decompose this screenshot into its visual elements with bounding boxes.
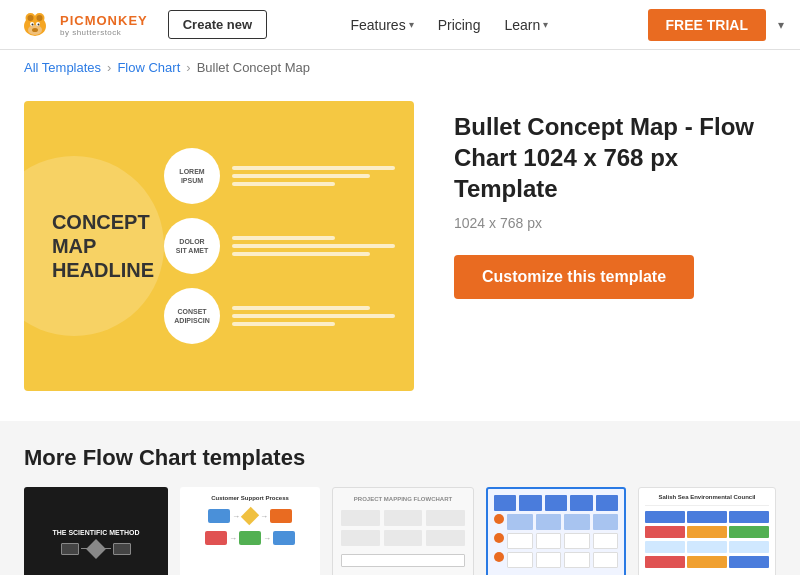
card-5-cell [687, 541, 727, 553]
breadcrumb-sep-2: › [186, 60, 190, 75]
free-trial-button[interactable]: FREE TRIAL [648, 9, 766, 41]
template-preview: CONCEPT MAP HEADLINE LOREM IPSUM [24, 101, 414, 391]
customize-button[interactable]: Customize this template [454, 255, 694, 299]
card-2-box-orange [270, 509, 292, 523]
card-2-arrow: → [232, 512, 240, 521]
svg-point-9 [32, 23, 34, 25]
card-5-cell [687, 526, 727, 538]
card-2-box-blue [208, 509, 230, 523]
card-5-row-4 [645, 556, 769, 568]
header-dropdown-icon[interactable]: ▾ [778, 18, 784, 32]
template-card-5[interactable]: Salish Sea Environmental Council [638, 487, 776, 575]
preview-line [232, 182, 335, 186]
card-4-cell-lt [507, 514, 533, 530]
card-3-cell [426, 510, 465, 526]
preview-line [232, 322, 335, 326]
card-4-cell-lt [593, 514, 619, 530]
preview-line [232, 306, 370, 310]
preview-circle-3: CONSET ADIPISCIN [164, 288, 220, 344]
card-2-diamond [241, 507, 259, 525]
card-1-title: The Scientific Method [52, 529, 139, 536]
card-5-sep [645, 505, 769, 506]
card-2-title: Customer Support Process [211, 495, 289, 501]
card-4-row-3 [494, 533, 618, 549]
card-3-cell [341, 510, 380, 526]
card-1-diamond [86, 539, 106, 559]
card-5-cell [645, 511, 685, 523]
breadcrumb-flow-chart[interactable]: Flow Chart [117, 60, 180, 75]
card-3-box [341, 554, 465, 567]
card-4-cell-white [536, 552, 562, 568]
preview-row-3: CONSET ADIPISCIN [164, 288, 404, 344]
card-4-dot [494, 533, 504, 543]
card-3-cell [384, 510, 423, 526]
preview-row-2: DOLOR SIT AMET [164, 218, 404, 274]
header-right: FREE TRIAL ▾ [632, 9, 784, 41]
card-2-flow: → → [208, 508, 292, 524]
preview-lines-3 [232, 306, 404, 326]
picmonkey-logo[interactable] [16, 6, 54, 44]
card-5-row-2 [645, 526, 769, 538]
learn-chevron-icon: ▾ [543, 19, 548, 30]
template-info: Bullet Concept Map - Flow Chart 1024 x 7… [454, 101, 776, 299]
main-content: CONCEPT MAP HEADLINE LOREM IPSUM [0, 85, 800, 421]
nav-pricing[interactable]: Pricing [438, 17, 481, 33]
card-5-cell [645, 541, 685, 553]
card-5-cell [687, 556, 727, 568]
template-card-4[interactable] [486, 487, 626, 575]
card-4-cell-blue [519, 495, 541, 511]
svg-point-10 [38, 23, 40, 25]
nav-features[interactable]: Features ▾ [350, 17, 413, 33]
template-card-2[interactable]: Customer Support Process → → → → [180, 487, 320, 575]
card-4-cell-white [593, 533, 619, 549]
more-title: More Flow Chart templates [24, 445, 776, 471]
card-4-row-4 [494, 552, 618, 568]
card-2-arrow: → [229, 534, 237, 543]
preview-line [232, 236, 335, 240]
svg-point-11 [32, 28, 38, 32]
card-4-cell-white [536, 533, 562, 549]
card-4-cell-white [564, 552, 590, 568]
card-4-cell-white [564, 533, 590, 549]
preview-headline: CONCEPT MAP HEADLINE [34, 210, 154, 282]
svg-point-5 [28, 15, 34, 21]
card-5-cell [645, 556, 685, 568]
card-5-cell [729, 541, 769, 553]
logo-sub: by shutterstock [60, 28, 148, 37]
card-4-row-1 [494, 495, 618, 511]
card-4-cell-white [593, 552, 619, 568]
card-5-cell [729, 526, 769, 538]
main-nav: Features ▾ Pricing Learn ▾ [267, 17, 631, 33]
card-4-cell-blue [596, 495, 618, 511]
preview-line [232, 244, 395, 248]
preview-lines-2 [232, 236, 404, 256]
template-card-3[interactable]: Project Mapping Flowchart [332, 487, 474, 575]
template-title: Bullet Concept Map - Flow Chart 1024 x 7… [454, 111, 776, 205]
breadcrumb-all-templates[interactable]: All Templates [24, 60, 101, 75]
card-2-box-blue2 [273, 531, 295, 545]
card-4-cell-blue [570, 495, 592, 511]
more-templates-section: More Flow Chart templates The Scientific… [0, 421, 800, 575]
card-4-cell-blue [494, 495, 516, 511]
logo-area: PICMONKEY by shutterstock [16, 6, 148, 44]
breadcrumb-sep-1: › [107, 60, 111, 75]
template-card-1[interactable]: The Scientific Method [24, 487, 168, 575]
card-1-box [61, 543, 79, 555]
templates-grid: The Scientific Method Customer Support P… [24, 487, 776, 575]
card-4-cell-lt [564, 514, 590, 530]
card-2-box-red [205, 531, 227, 545]
create-new-button[interactable]: Create new [168, 10, 267, 39]
card-4-row-2 [494, 514, 618, 530]
preview-row-1: LOREM IPSUM [164, 148, 404, 204]
preview-circle-2: DOLOR SIT AMET [164, 218, 220, 274]
nav-learn-label: Learn [504, 17, 540, 33]
card-1-diamond-wrap [89, 542, 103, 556]
card-4-cell-lt [536, 514, 562, 530]
svg-point-6 [37, 15, 43, 21]
nav-learn[interactable]: Learn ▾ [504, 17, 548, 33]
card-5-cell [645, 526, 685, 538]
logo-text-area: PICMONKEY by shutterstock [60, 13, 148, 37]
features-chevron-icon: ▾ [409, 19, 414, 30]
card-2-arrow: → [260, 512, 268, 521]
preview-circle-1: LOREM IPSUM [164, 148, 220, 204]
